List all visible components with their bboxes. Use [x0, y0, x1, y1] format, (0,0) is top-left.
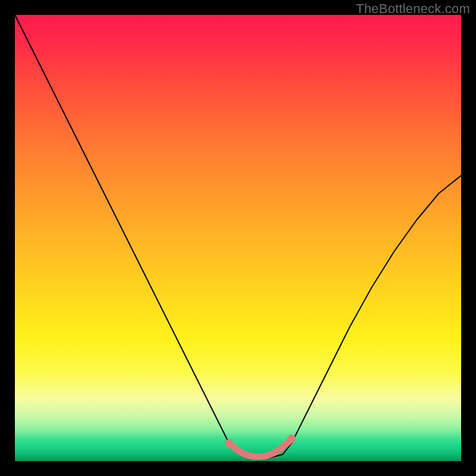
accent-trough-dots: [225, 435, 296, 457]
watermark-text: TheBottleneck.com: [356, 1, 470, 17]
accent-endpoint-dot: [225, 439, 233, 447]
chart-svg: [15, 15, 461, 461]
plot-area: [15, 15, 461, 461]
bottleneck-curve: [15, 15, 461, 459]
accent-endpoint-dot: [287, 435, 296, 443]
chart-frame: TheBottleneck.com: [0, 0, 476, 476]
